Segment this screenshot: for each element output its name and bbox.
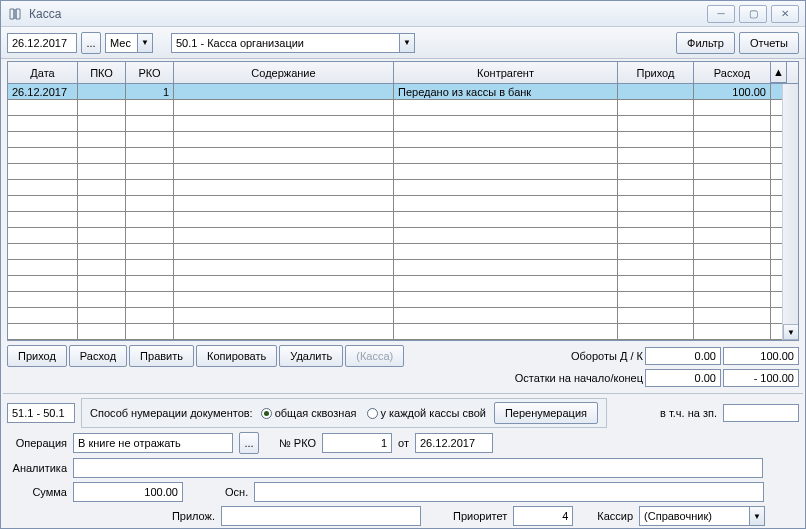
attach-label: Прилож. bbox=[7, 510, 215, 522]
analytics-input[interactable] bbox=[73, 458, 763, 478]
minimize-button[interactable]: ─ bbox=[707, 5, 735, 23]
balance-end bbox=[723, 369, 799, 387]
chevron-down-icon[interactable]: ▼ bbox=[749, 506, 765, 526]
cell-empty bbox=[694, 164, 771, 179]
expense-button[interactable]: Расход bbox=[69, 345, 127, 367]
cell-empty bbox=[126, 180, 174, 195]
basis-input[interactable] bbox=[254, 482, 764, 502]
cell-empty bbox=[8, 100, 78, 115]
filter-button[interactable]: Фильтр bbox=[676, 32, 735, 54]
reports-button[interactable]: Отчеты bbox=[739, 32, 799, 54]
priority-input[interactable] bbox=[513, 506, 573, 526]
col-header-rko[interactable]: РКО bbox=[126, 62, 174, 83]
col-header-contragent[interactable]: Контрагент bbox=[394, 62, 618, 83]
table-row[interactable] bbox=[8, 116, 798, 132]
cell-empty bbox=[394, 196, 618, 211]
cell-empty bbox=[394, 164, 618, 179]
period-combo[interactable]: ▼ bbox=[105, 33, 153, 53]
table-row[interactable] bbox=[8, 276, 798, 292]
grid-body[interactable]: 26.12.20171Передано из кассы в банк100.0… bbox=[8, 84, 798, 340]
period-input[interactable] bbox=[105, 33, 137, 53]
operation-input[interactable] bbox=[73, 433, 233, 453]
cell-empty bbox=[618, 196, 694, 211]
numbering-row: Способ нумерации документов: общая сквоз… bbox=[1, 398, 805, 428]
table-row[interactable] bbox=[8, 260, 798, 276]
docdate-input[interactable] bbox=[415, 433, 493, 453]
cell-empty bbox=[174, 212, 394, 227]
scroll-down-button[interactable]: ▼ bbox=[783, 324, 798, 340]
cell-empty bbox=[78, 100, 126, 115]
chevron-down-icon[interactable]: ▼ bbox=[399, 33, 415, 53]
close-button[interactable]: ✕ bbox=[771, 5, 799, 23]
income-button[interactable]: Приход bbox=[7, 345, 67, 367]
numbering-common-radio[interactable]: общая сквозная bbox=[261, 407, 357, 419]
radio-icon bbox=[367, 408, 378, 419]
cashier-input[interactable] bbox=[639, 506, 749, 526]
table-row[interactable] bbox=[8, 228, 798, 244]
edit-button[interactable]: Править bbox=[129, 345, 194, 367]
col-header-desc[interactable]: Содержание bbox=[174, 62, 394, 83]
cell-empty bbox=[8, 132, 78, 147]
kassa-button[interactable]: (Касса) bbox=[345, 345, 404, 367]
table-row[interactable] bbox=[8, 212, 798, 228]
cell-empty bbox=[174, 292, 394, 307]
table-row[interactable] bbox=[8, 244, 798, 260]
delete-button[interactable]: Удалить bbox=[279, 345, 343, 367]
col-header-date[interactable]: Дата bbox=[8, 62, 78, 83]
balance-start bbox=[645, 369, 721, 387]
cell-empty bbox=[8, 244, 78, 259]
cell-empty bbox=[394, 132, 618, 147]
cell-empty bbox=[618, 308, 694, 323]
cell-empty bbox=[618, 180, 694, 195]
incl-salary[interactable] bbox=[723, 404, 799, 422]
chevron-down-icon[interactable]: ▼ bbox=[137, 33, 153, 53]
maximize-button[interactable]: ▢ bbox=[739, 5, 767, 23]
filter-date-input[interactable] bbox=[7, 33, 77, 53]
cell-empty bbox=[126, 324, 174, 339]
cashier-combo[interactable]: ▼ bbox=[639, 506, 765, 526]
table-row[interactable] bbox=[8, 292, 798, 308]
cell-empty bbox=[8, 116, 78, 131]
table-row[interactable]: 26.12.20171Передано из кассы в банк100.0… bbox=[8, 84, 798, 100]
cell-empty bbox=[694, 244, 771, 259]
numbering-radiogroup: общая сквозная у каждой кассы свой bbox=[261, 407, 486, 419]
col-header-expense[interactable]: Расход bbox=[694, 62, 771, 83]
table-row[interactable] bbox=[8, 196, 798, 212]
col-header-income[interactable]: Приход bbox=[618, 62, 694, 83]
account-input[interactable] bbox=[171, 33, 399, 53]
cell-empty bbox=[126, 196, 174, 211]
col-header-pko[interactable]: ПКО bbox=[78, 62, 126, 83]
turnover-label: Обороты Д / К bbox=[571, 350, 643, 362]
docno-input[interactable] bbox=[322, 433, 392, 453]
attach-input[interactable] bbox=[221, 506, 421, 526]
table-row[interactable] bbox=[8, 132, 798, 148]
cell-empty bbox=[78, 308, 126, 323]
operation-picker-button[interactable]: ... bbox=[239, 432, 259, 454]
numbering-each-label: у каждой кассы свой bbox=[381, 407, 486, 419]
table-row[interactable] bbox=[8, 164, 798, 180]
cell-empty bbox=[618, 116, 694, 131]
renumber-button[interactable]: Перенумерация bbox=[494, 402, 598, 424]
table-row[interactable] bbox=[8, 180, 798, 196]
table-row[interactable] bbox=[8, 148, 798, 164]
cell-date: 26.12.2017 bbox=[8, 84, 78, 99]
cell-empty bbox=[394, 276, 618, 291]
titlebar: Касса ─ ▢ ✕ bbox=[1, 1, 805, 27]
account-combo[interactable]: ▼ bbox=[171, 33, 415, 53]
cell-empty bbox=[126, 132, 174, 147]
table-row[interactable] bbox=[8, 308, 798, 324]
cell-empty bbox=[618, 132, 694, 147]
date-picker-button[interactable]: ... bbox=[81, 32, 101, 54]
cell-empty bbox=[78, 324, 126, 339]
sum-input[interactable] bbox=[73, 482, 183, 502]
corr-accounts[interactable] bbox=[7, 403, 75, 423]
cell-empty bbox=[126, 212, 174, 227]
table-row[interactable] bbox=[8, 100, 798, 116]
table-row[interactable] bbox=[8, 324, 798, 340]
cell-empty bbox=[78, 148, 126, 163]
vertical-scrollbar[interactable]: ▼ bbox=[782, 84, 798, 340]
numbering-each-radio[interactable]: у каждой кассы свой bbox=[367, 407, 486, 419]
cell-empty bbox=[8, 164, 78, 179]
copy-button[interactable]: Копировать bbox=[196, 345, 277, 367]
cell-empty bbox=[8, 196, 78, 211]
